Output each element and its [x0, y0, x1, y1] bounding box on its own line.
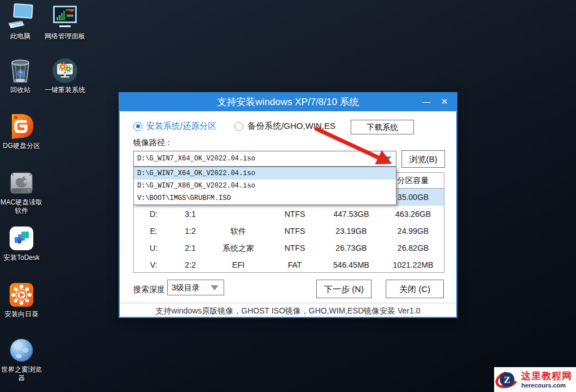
cell — [207, 206, 269, 223]
mac-disk-icon — [8, 169, 35, 197]
cell: NTFS — [269, 239, 320, 256]
desktop-icon-network-panel[interactable]: 网络管理面板 — [38, 3, 92, 41]
icon-label: 一键重装系统 — [45, 86, 85, 94]
cell: 24.99GB — [382, 223, 444, 239]
cell: 3:1 — [173, 206, 207, 223]
browse-button[interactable]: 浏览(B) — [402, 150, 445, 168]
cell: D: — [134, 206, 173, 223]
radio-backup-label: 备份系统/GHO,WIN,ES — [247, 121, 335, 132]
radio-unselected-icon — [234, 122, 243, 131]
icon-label: DG硬盘分区 — [3, 142, 40, 150]
cell: 546.45MB — [320, 256, 382, 273]
table-row[interactable]: U: 2:1 系统之家 NTFS 26.73GB 26.82GB — [134, 239, 444, 256]
cell: 23.19GB — [320, 223, 382, 239]
cell: 26.73GB — [320, 239, 382, 256]
recycle-bin-icon — [7, 57, 34, 84]
image-path-dropdown-list: D:\G_WIN7_X64_OK_V2022.04.iso D:\G_WIN7_… — [133, 167, 396, 205]
close-window-button[interactable]: ✕ — [436, 93, 453, 111]
cell: 1:2 — [173, 223, 207, 239]
site-logo-icon: Z — [495, 368, 519, 391]
combobox-dropdown-arrow-icon[interactable] — [383, 156, 391, 162]
search-depth-select[interactable]: 3级目录 — [167, 280, 224, 295]
cell: 软件 — [207, 223, 269, 239]
desktop-icon-sunflower[interactable]: 安装向日葵 — [0, 281, 43, 319]
statusbar-divider — [120, 303, 456, 303]
dropdown-item[interactable]: D:\G_WIN7_X86_OK_V2022.04.iso — [134, 180, 396, 192]
desktop-icon-todesk[interactable]: 安装ToDesk — [0, 225, 43, 262]
icon-label: 安装ToDesk — [3, 254, 40, 262]
table-row[interactable]: D: 3:1 NTFS 447.53GB 463.26GB — [134, 206, 444, 223]
radio-install-label: 安装系统/还原分区 — [146, 121, 216, 132]
cell: V: — [134, 256, 173, 273]
desktop-icon-diskgenius[interactable]: DG硬盘分区 — [0, 113, 43, 150]
cell: 463.26GB — [382, 206, 444, 223]
image-path-label: 镜像路径： — [133, 138, 173, 148]
desktop-icon-this-pc[interactable]: 此电脑 — [0, 3, 41, 41]
radio-selected-icon — [133, 122, 142, 131]
cell: 2:1 — [173, 239, 207, 256]
watermark-site-url: herecours.com — [521, 382, 572, 389]
dropdown-item[interactable]: V:\BOOT\IMGS\GRUBFM.ISO — [134, 192, 396, 204]
desktop-icon-mac-disk[interactable]: MAC硬盘读取软件 — [0, 169, 43, 215]
todesk-icon — [8, 225, 35, 252]
image-path-value: D:\G_WIN7_X64_OK_V2022.04.iso — [137, 151, 255, 166]
icon-label: 网络管理面板 — [45, 32, 85, 41]
search-depth-label: 搜索深度 — [133, 285, 165, 295]
cell: FAT — [269, 256, 320, 273]
cell: NTFS — [269, 223, 320, 239]
desktop-icon-reinstall-system[interactable]: 一键重装系统 — [38, 57, 92, 94]
dialog-status-bar: 支持windows原版镜像，GHOST ISO镜像，GHO,WIM,ESD镜像安… — [120, 304, 456, 317]
theworld-browser-icon — [8, 337, 35, 364]
icon-label: 回收站 — [10, 86, 30, 94]
close-button[interactable]: 关闭 (C) — [386, 280, 444, 298]
select-dropdown-arrow-icon — [211, 285, 219, 290]
diskgenius-icon — [8, 113, 35, 140]
desktop-icon-recycle-bin[interactable]: 回收站 — [0, 57, 41, 94]
cell: 2:2 — [173, 256, 207, 273]
tutorial-site-watermark: Z 这里教程网 herecours.com — [494, 367, 576, 392]
cell: 26.82GB — [382, 239, 444, 256]
dialog-titlebar[interactable]: 支持安装windows XP/7/8/10 系统 — ✕ — [120, 93, 456, 111]
watermark-site-name: 这里教程网 — [521, 371, 572, 381]
cell: NTFS — [269, 206, 320, 223]
installer-dialog: 支持安装windows XP/7/8/10 系统 — ✕ 安装系统/还原分区 备… — [119, 92, 457, 318]
this-pc-icon — [7, 3, 34, 31]
cell: E: — [134, 223, 173, 239]
table-row[interactable]: E: 1:2 软件 NTFS 23.19GB 24.99GB — [134, 223, 444, 239]
next-step-button[interactable]: 下一步 (N) — [316, 280, 372, 298]
minimize-button[interactable]: — — [418, 93, 435, 111]
cell: 系统之家 — [207, 239, 269, 256]
reinstall-system-icon — [51, 57, 78, 84]
table-row[interactable]: V: 2:2 EFI FAT 546.45MB 1021.22MB — [134, 256, 444, 273]
icon-label: MAC硬盘读取软件 — [0, 198, 43, 215]
download-system-button[interactable]: 下载系统 — [351, 120, 414, 134]
sunflower-icon — [8, 281, 35, 308]
svg-text:Z: Z — [504, 374, 510, 385]
radio-install-system[interactable]: 安装系统/还原分区 — [133, 121, 216, 132]
icon-label: 安装向日葵 — [5, 310, 38, 319]
search-depth-value: 3级目录 — [172, 280, 200, 295]
mode-radio-group: 安装系统/还原分区 备份系统/GHO,WIN,ES — [133, 121, 335, 132]
cell: EFI — [207, 256, 269, 273]
icon-label: 此电脑 — [10, 32, 30, 41]
radio-backup-system[interactable]: 备份系统/GHO,WIN,ES — [234, 121, 335, 132]
cell: 1021.22MB — [382, 256, 444, 273]
network-panel-icon — [51, 3, 78, 31]
image-path-combobox[interactable]: D:\G_WIN7_X64_OK_V2022.04.iso — [133, 151, 396, 167]
cell: U: — [134, 239, 173, 256]
dropdown-item[interactable]: D:\G_WIN7_X64_OK_V2022.04.iso — [134, 167, 396, 180]
dialog-title: 支持安装windows XP/7/8/10 系统 — [120, 93, 456, 111]
icon-label: 世界之窗浏览器 — [0, 365, 43, 382]
cell: 447.53GB — [320, 206, 382, 223]
desktop-icon-theworld-browser[interactable]: 世界之窗浏览器 — [0, 337, 43, 382]
